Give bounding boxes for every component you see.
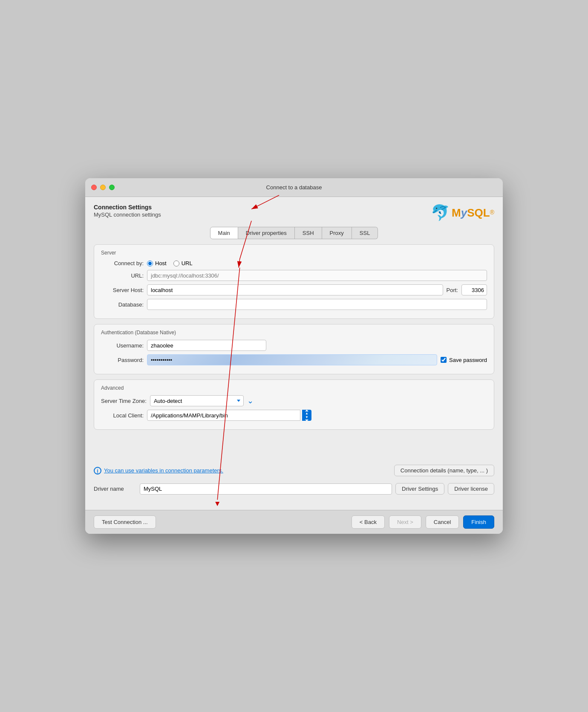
logo-m: M [452, 206, 461, 219]
minimize-button[interactable] [100, 185, 106, 190]
next-button[interactable]: Next > [389, 515, 421, 529]
auth-section: Authentication (Database Native) Usernam… [94, 324, 494, 374]
port-label: Port: [447, 287, 458, 293]
server-host-label: Server Host: [101, 287, 144, 293]
save-password-checkbox[interactable] [441, 357, 447, 363]
server-host-input[interactable] [147, 284, 443, 295]
password-label: Password: [101, 357, 144, 363]
local-client-label: Local Client: [101, 412, 144, 419]
info-icon: i [94, 467, 101, 475]
database-row: Database: [101, 299, 487, 310]
titlebar: Connect to a database [85, 178, 503, 197]
server-section: Server Connect by: Host URL URL: [94, 244, 494, 319]
footer: Test Connection ... < Back Next > Cancel… [85, 510, 503, 534]
advanced-section-label: Advanced [101, 385, 487, 391]
connection-header: Connection Settings MySQL connection set… [94, 204, 494, 222]
port-input[interactable] [461, 284, 487, 295]
window-title: Connect to a database [266, 184, 322, 191]
database-label: Database: [101, 301, 144, 308]
cancel-button[interactable]: Cancel [426, 515, 459, 529]
server-host-row: Server Host: Port: [101, 284, 487, 295]
driver-name-label: Driver name [94, 486, 136, 492]
connection-details-button[interactable]: Connection details (name, type, ... ) [394, 465, 494, 476]
timezone-label: Server Time Zone: [101, 398, 147, 404]
test-connection-button[interactable]: Test Connection ... [94, 515, 156, 529]
host-radio[interactable] [147, 260, 153, 266]
connect-by-label: Connect by: [101, 260, 144, 266]
password-input[interactable] [147, 354, 437, 365]
connect-by-row: Connect by: Host URL [101, 260, 487, 266]
host-radio-label: Host [155, 260, 167, 266]
settings-subtitle: MySQL connection settings [94, 211, 161, 218]
main-window: Connect to a database Connection Setting… [85, 178, 503, 534]
tabs-container: Main Driver properties SSH Proxy SSL [94, 227, 494, 239]
driver-license-button[interactable]: Driver license [448, 483, 494, 495]
save-password-label: Save password [449, 357, 487, 363]
timezone-select[interactable]: Auto-detect [150, 395, 244, 406]
info-bar: i You can use variables in connection pa… [94, 460, 494, 480]
local-client-row: Local Client: ▲ ▼ [101, 410, 487, 421]
username-row: Username: [101, 340, 487, 351]
logo-y: y [461, 206, 467, 219]
password-row: Password: Save password [101, 354, 487, 365]
local-client-group: ▲ ▼ [147, 410, 311, 421]
dolphin-icon: 🐬 [431, 204, 450, 222]
content-spacer [94, 435, 494, 460]
connect-by-radio-group: Host URL [147, 260, 193, 266]
tab-proxy[interactable]: Proxy [322, 227, 352, 239]
database-input[interactable] [147, 299, 487, 310]
url-row: URL: [101, 270, 487, 281]
url-radio-label: URL [182, 260, 193, 266]
url-radio-item[interactable]: URL [173, 260, 193, 266]
server-section-label: Server [101, 250, 487, 256]
timezone-row: Server Time Zone: Auto-detect ⌄ [101, 395, 487, 406]
tab-ssh[interactable]: SSH [295, 227, 322, 239]
driver-name-input[interactable] [140, 483, 392, 495]
maximize-button[interactable] [109, 185, 115, 190]
advanced-section: Advanced Server Time Zone: Auto-detect ⌄… [94, 379, 494, 430]
finish-button[interactable]: Finish [463, 515, 494, 529]
url-radio[interactable] [173, 260, 179, 266]
timezone-select-wrapper: Auto-detect [150, 395, 244, 406]
host-radio-item[interactable]: Host [147, 260, 167, 266]
local-client-input[interactable] [147, 410, 300, 421]
tab-ssl[interactable]: SSL [352, 227, 378, 239]
back-button[interactable]: < Back [352, 515, 385, 529]
username-label: Username: [101, 342, 144, 349]
tab-main[interactable]: Main [210, 227, 238, 239]
content-area: Connection Settings MySQL connection set… [85, 197, 503, 510]
close-button[interactable] [91, 185, 97, 190]
username-input[interactable] [147, 340, 266, 351]
driver-settings-button[interactable]: Driver Settings [395, 483, 444, 495]
connection-title: Connection Settings MySQL connection set… [94, 204, 161, 218]
save-password-group: Save password [441, 357, 487, 363]
variables-info-link[interactable]: i You can use variables in connection pa… [94, 467, 223, 475]
driver-row: Driver name Driver Settings Driver licen… [94, 483, 494, 495]
local-client-spinner[interactable]: ▲ ▼ [302, 410, 311, 421]
settings-heading: Connection Settings [94, 204, 161, 211]
traffic-lights [91, 185, 115, 190]
auth-section-label: Authentication (Database Native) [101, 330, 487, 336]
mysql-logo: 🐬 MySQL® [431, 204, 494, 222]
info-text: You can use variables in connection para… [104, 467, 223, 474]
timezone-dropdown-icon[interactable]: ⌄ [247, 396, 254, 405]
url-input[interactable] [147, 270, 487, 281]
url-label: URL: [101, 272, 144, 279]
tab-driver-properties[interactable]: Driver properties [238, 227, 295, 239]
logo-sql: SQL [467, 206, 490, 219]
